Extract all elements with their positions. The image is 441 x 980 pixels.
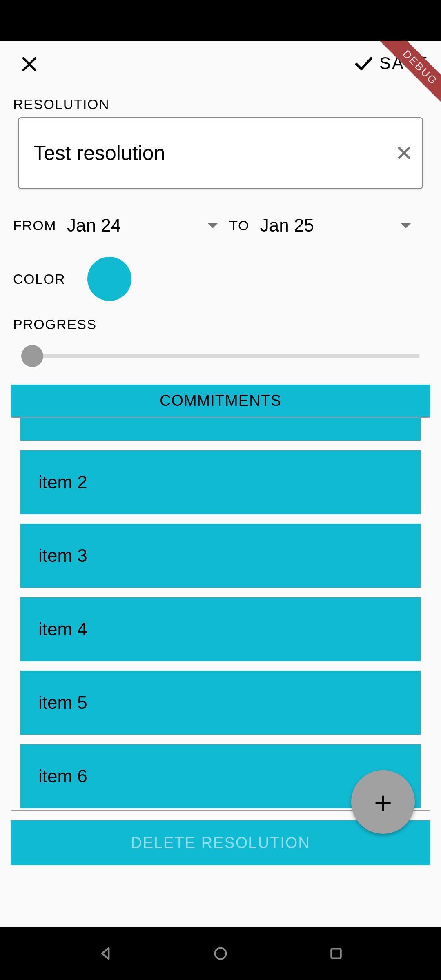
android-nav-bar: [0, 927, 441, 980]
list-item[interactable]: item 1: [20, 417, 421, 441]
chevron-down-icon: [400, 223, 412, 228]
svg-point-0: [215, 948, 226, 959]
list-item-label: item 4: [38, 619, 87, 639]
add-commitment-fab[interactable]: ＋: [351, 770, 415, 834]
from-label: FROM: [13, 218, 56, 234]
from-date-value: Jan 24: [67, 215, 121, 236]
plus-icon: ＋: [368, 782, 398, 822]
status-bar: [0, 0, 441, 41]
list-item[interactable]: item 2: [20, 450, 421, 514]
triangle-back-icon: [97, 945, 114, 962]
progress-label: PROGRESS: [13, 316, 428, 332]
slider-thumb[interactable]: [21, 345, 43, 367]
from-date-select[interactable]: Jan 24: [67, 215, 218, 236]
list-item-label: item 3: [38, 546, 87, 566]
close-icon: [20, 55, 38, 73]
app-content: SAVE RESOLUTION ✕ FROM Jan 24 TO Jan 25 …: [0, 41, 441, 927]
to-date-select[interactable]: Jan 25: [260, 215, 412, 236]
to-date-value: Jan 25: [260, 215, 314, 236]
list-item-label: item 5: [38, 693, 87, 713]
list-item[interactable]: item 4: [20, 597, 421, 661]
check-icon: [354, 53, 374, 73]
resolution-input[interactable]: [18, 117, 423, 189]
close-button[interactable]: [20, 55, 37, 71]
clear-input-button[interactable]: ✕: [395, 142, 413, 164]
close-icon: ✕: [395, 141, 413, 165]
top-bar: SAVE: [0, 41, 441, 86]
commitments-header: COMMITMENTS: [11, 385, 430, 417]
svg-rect-1: [331, 949, 341, 958]
nav-home-button[interactable]: [210, 943, 231, 964]
commitments-list[interactable]: item 1 item 2 item 3 item 4 item 5 item …: [11, 417, 430, 811]
resolution-label: RESOLUTION: [13, 96, 428, 112]
color-label: COLOR: [13, 271, 65, 287]
list-item-label: item 6: [38, 766, 87, 786]
slider-track: [21, 354, 420, 358]
list-item-label: item 2: [38, 472, 87, 492]
nav-recent-button[interactable]: [326, 943, 346, 964]
list-item-label: item 1: [38, 417, 87, 419]
circle-home-icon: [212, 945, 229, 962]
to-label: TO: [229, 218, 249, 234]
color-swatch[interactable]: [87, 257, 131, 301]
list-item[interactable]: item 3: [20, 524, 421, 588]
list-item[interactable]: item 5: [20, 671, 421, 735]
chevron-down-icon: [207, 223, 218, 228]
progress-slider[interactable]: [21, 344, 420, 368]
square-recent-icon: [328, 945, 344, 962]
nav-back-button[interactable]: [95, 943, 116, 964]
